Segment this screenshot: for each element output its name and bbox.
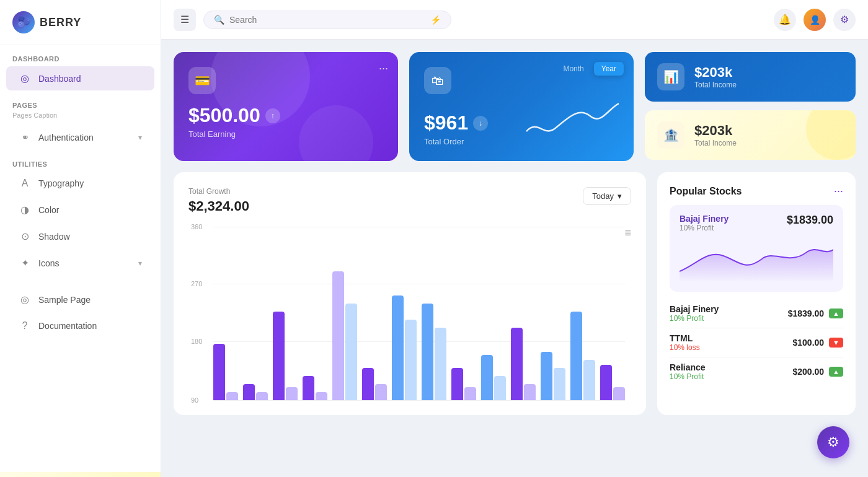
avatar[interactable]: 👤 [804, 9, 826, 31]
stock-list-item[interactable]: Bajaj Finery 10% Profit $1839.00 ▲ [670, 299, 843, 328]
chart-body: ≡ 360 270 180 90 [188, 227, 631, 400]
stocks-header: Popular Stocks ··· [670, 185, 843, 198]
dropdown-icon: ▾ [618, 191, 622, 201]
topbar: ☰ 🔍 ⚡ 🔔 👤 ⚙ [161, 0, 868, 40]
sidebar-item-color[interactable]: ◑ Color [6, 198, 154, 222]
topbar-actions: 🔔 👤 ⚙ [774, 9, 856, 31]
stock-list-item[interactable]: Reliance 10% Profit $200.00 ▲ [670, 357, 843, 386]
bar-primary [541, 352, 552, 400]
app-name: BERRY [40, 16, 81, 29]
bar-primary [332, 271, 344, 400]
month-tab[interactable]: Month [556, 62, 591, 76]
bar-group [570, 227, 595, 400]
sidebar-item-label: Documentation [38, 321, 97, 331]
bell-button[interactable]: 🔔 [774, 9, 796, 31]
today-button[interactable]: Today ▾ [583, 187, 631, 205]
content-area: 💳 ··· $500.00 ↑ Total Earning 🛍 Month Ye… [161, 40, 868, 477]
bar-group [451, 227, 476, 400]
stock-price-area: $100.00 ▼ [793, 338, 844, 348]
grid-line-90: 90 [213, 400, 625, 401]
search-input[interactable] [229, 15, 425, 25]
income-blue-icon: 📊 [657, 63, 684, 90]
filter-icon[interactable]: ⚡ [430, 15, 441, 25]
stock-badge: ▲ [829, 309, 843, 318]
stock-name: Bajaj Finery [670, 304, 719, 314]
bar-secondary [286, 387, 298, 400]
earning-card-label: Total Earning [188, 129, 383, 139]
stock-change: 10% loss [670, 343, 700, 352]
bottom-section: Total Growth $2,324.00 Today ▾ ≡ 360 [174, 172, 856, 415]
dashboard-section-label: Dashboard [0, 45, 161, 65]
sidebar-item-icons[interactable]: ✦ Icons ▾ [6, 251, 154, 275]
stocks-more-icon[interactable]: ··· [834, 185, 843, 198]
bar-primary [362, 368, 374, 400]
stock-name: Reliance [670, 362, 706, 372]
bell-icon: 🔔 [779, 14, 791, 25]
bar-primary [392, 295, 404, 400]
auth-icon: ⚭ [19, 131, 31, 143]
right-stats-column: 📊 $203k Total Income 🏦 $203k Total Incom… [645, 52, 856, 161]
typography-icon: A [19, 178, 31, 189]
stock-price-area: $1839.00 ▲ [788, 309, 843, 318]
chart-menu-icon[interactable]: ≡ [624, 227, 631, 240]
total-income-blue-card: 📊 $203k Total Income [645, 52, 856, 102]
sidebar-item-documentation[interactable]: ? Documentation [6, 314, 154, 338]
settings-button[interactable]: ⚙ [833, 9, 856, 31]
stock-list-item[interactable]: TTML 10% loss $100.00 ▼ [670, 328, 843, 357]
bar-primary [511, 328, 523, 400]
earning-card-menu[interactable]: ··· [379, 62, 388, 75]
bar-group [481, 227, 506, 400]
bajaj-chart-top: Bajaj Finery 10% Profit $1839.00 [680, 214, 833, 232]
color-icon: ◑ [19, 204, 31, 216]
icons-icon: ✦ [19, 257, 31, 269]
bar-primary [303, 376, 314, 400]
chevron-down-icon: ▾ [138, 133, 142, 142]
bar-secondary [464, 387, 476, 400]
bar-group [243, 227, 268, 400]
stock-price: $100.00 [793, 338, 825, 348]
bar-secondary [256, 392, 268, 400]
sidebar-logo: 🫐 BERRY [0, 0, 161, 45]
bar-primary [451, 368, 463, 400]
bajaj-profit-label: 10% Profit [680, 224, 728, 232]
fab-icon: ⚙ [827, 434, 839, 450]
logo-emoji: 🫐 [17, 15, 30, 29]
shadow-icon: ⊙ [19, 230, 31, 242]
bar-group [273, 227, 298, 400]
gear-icon: ⚙ [840, 14, 849, 25]
fab-button[interactable]: ⚙ [817, 426, 849, 458]
stock-badge: ▲ [829, 367, 843, 377]
today-label: Today [592, 191, 614, 201]
sidebar-item-sample-page[interactable]: ◎ Sample Page [6, 287, 154, 312]
earning-card: 💳 ··· $500.00 ↑ Total Earning [174, 52, 398, 161]
sidebar-item-shadow[interactable]: ⊙ Shadow [6, 224, 154, 248]
bar-primary [213, 344, 225, 400]
bajaj-mini-chart [680, 237, 833, 281]
sidebar-item-label: Icons [38, 258, 59, 268]
stock-badge: ▼ [829, 338, 843, 348]
menu-button[interactable]: ☰ [174, 9, 196, 31]
bar-secondary [613, 387, 625, 400]
sidebar-item-dashboard[interactable]: ◎ Dashboard [6, 66, 154, 90]
order-card: 🛍 Month Year $961 ↓ Total Order [409, 52, 634, 161]
stock-price: $200.00 [793, 367, 825, 377]
logo-icon: 🫐 [12, 11, 35, 33]
stock-list: Bajaj Finery 10% Profit $1839.00 ▲ TTML … [670, 299, 843, 386]
stock-price-area: $200.00 ▲ [793, 367, 844, 377]
earning-card-icon: 💳 [188, 67, 216, 94]
bar-primary [243, 384, 255, 400]
bar-primary [481, 355, 493, 400]
chart-header: Total Growth $2,324.00 Today ▾ [188, 187, 631, 214]
sidebar-item-typography[interactable]: A Typography [6, 172, 154, 195]
bar-group [511, 227, 536, 400]
y-label-270: 270 [191, 280, 202, 287]
sidebar-item-authentication[interactable]: ⚭ Authentication ▾ [6, 125, 154, 149]
bajaj-featured-card: Bajaj Finery 10% Profit $1839.00 [670, 205, 843, 292]
search-bar: 🔍 ⚡ [203, 11, 451, 29]
bar-group [600, 227, 625, 400]
earning-trend-icon: ↑ [265, 108, 280, 123]
stock-price: $1839.00 [788, 309, 824, 318]
avatar-text: 👤 [810, 15, 820, 25]
year-tab[interactable]: Year [594, 62, 624, 76]
y-label-360: 360 [191, 223, 202, 230]
